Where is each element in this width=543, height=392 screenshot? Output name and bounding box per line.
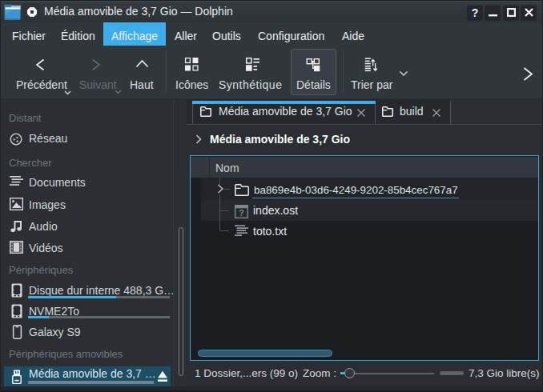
svg-text:?: ? [239, 208, 243, 218]
